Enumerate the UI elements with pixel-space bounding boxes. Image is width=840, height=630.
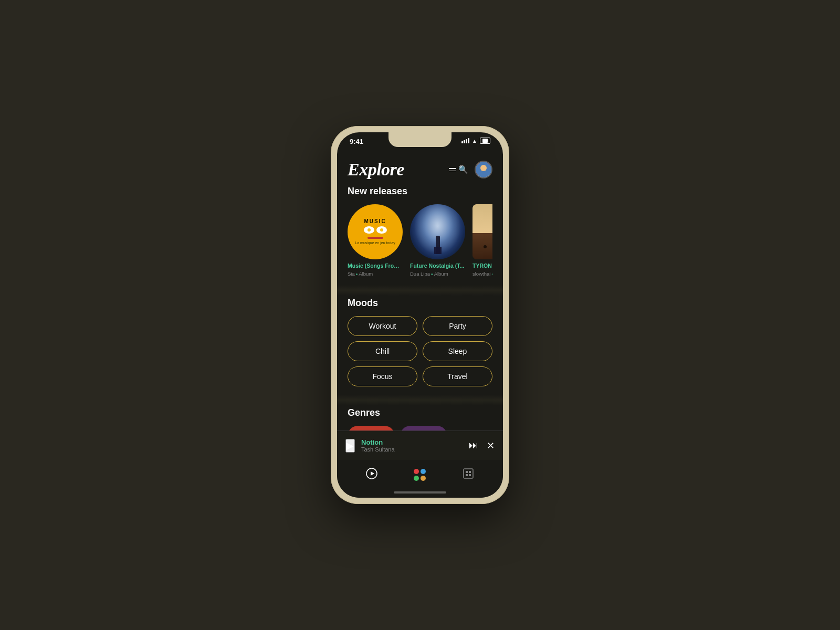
cover-dua bbox=[410, 204, 465, 259]
mood-sleep[interactable]: Sleep bbox=[423, 341, 492, 361]
header-actions: 🔍 bbox=[449, 161, 492, 178]
notch bbox=[388, 132, 452, 147]
library-nav-icon bbox=[463, 468, 474, 482]
now-playing-controls: ⏭ ✕ bbox=[469, 440, 495, 452]
mood-focus[interactable]: Focus bbox=[348, 366, 417, 386]
nav-explore[interactable] bbox=[414, 469, 426, 481]
release-meta-sia: Sia●Album bbox=[348, 271, 403, 277]
svg-rect-3 bbox=[478, 172, 489, 177]
close-now-playing-button[interactable]: ✕ bbox=[487, 440, 495, 452]
release-meta-dua: Dua Lipa●Album bbox=[410, 271, 465, 277]
svg-rect-13 bbox=[466, 474, 468, 476]
svg-rect-12 bbox=[469, 471, 471, 473]
signal-icon bbox=[461, 138, 469, 143]
svg-marker-9 bbox=[371, 471, 374, 476]
now-playing-title: Notion bbox=[361, 438, 463, 446]
new-releases-section: New releases MuSiC bbox=[337, 186, 503, 285]
release-name-tyron: TYRON bbox=[472, 262, 492, 270]
wifi-icon: ▲ bbox=[472, 138, 477, 144]
cover-tyron bbox=[472, 204, 492, 259]
release-card-sia[interactable]: MuSiC bbox=[348, 204, 403, 277]
mood-chill[interactable]: Chill bbox=[348, 341, 417, 361]
svg-rect-11 bbox=[466, 471, 468, 473]
skip-button[interactable]: ⏭ bbox=[469, 440, 478, 451]
avatar[interactable] bbox=[475, 161, 492, 178]
now-playing-track-info: Notion Tash Sultana bbox=[361, 438, 463, 453]
now-playing-bar: ▶ Notion Tash Sultana ⏭ ✕ bbox=[337, 430, 503, 460]
release-card-dua[interactable]: Future Nostalgia (T... Dua Lipa●Album bbox=[410, 204, 465, 277]
new-releases-title: New releases bbox=[348, 186, 492, 197]
genres-section: Genres bbox=[337, 407, 503, 430]
release-card-tyron[interactable]: TYRON slowthai●Albu... bbox=[472, 204, 492, 277]
nav-library[interactable] bbox=[463, 468, 474, 482]
nav-play[interactable] bbox=[366, 468, 377, 482]
header: Explore 🔍 bbox=[337, 155, 503, 186]
svg-point-1 bbox=[480, 165, 487, 171]
phone-frame: 9:41 ▲ Explore bbox=[331, 126, 509, 504]
svg-rect-10 bbox=[464, 469, 473, 478]
search-menu-icon[interactable]: 🔍 bbox=[449, 165, 468, 174]
home-indicator bbox=[394, 491, 446, 494]
release-name-dua: Future Nostalgia (T... bbox=[410, 262, 465, 270]
now-playing-artist: Tash Sultana bbox=[361, 446, 463, 453]
status-icons: ▲ bbox=[461, 138, 490, 144]
app-content: Explore 🔍 bbox=[337, 155, 503, 498]
battery-icon bbox=[480, 138, 490, 144]
divider-2 bbox=[337, 395, 503, 405]
scroll-area[interactable]: New releases MuSiC bbox=[337, 186, 503, 430]
now-playing-play-button[interactable]: ▶ bbox=[345, 439, 355, 453]
moods-grid: Workout Party Chill Sleep Focus Travel bbox=[348, 316, 492, 386]
mood-travel[interactable]: Travel bbox=[423, 366, 492, 386]
releases-row: MuSiC bbox=[348, 204, 492, 277]
divider-1 bbox=[337, 285, 503, 296]
svg-rect-14 bbox=[469, 474, 471, 476]
phone-screen: 9:41 ▲ Explore bbox=[337, 132, 503, 498]
mood-workout[interactable]: Workout bbox=[348, 316, 417, 336]
moods-section: Moods Workout Party Chill Sleep Focus Tr… bbox=[337, 298, 503, 395]
play-nav-icon bbox=[366, 468, 377, 482]
release-meta-tyron: slowthai●Albu... bbox=[472, 271, 492, 277]
status-time: 9:41 bbox=[350, 138, 363, 145]
page-title: Explore bbox=[348, 160, 404, 180]
genres-title: Genres bbox=[348, 407, 492, 418]
release-name-sia: Music (Songs From... bbox=[348, 262, 403, 270]
cover-sia: MuSiC bbox=[348, 204, 403, 259]
moods-title: Moods bbox=[348, 298, 492, 309]
mood-party[interactable]: Party bbox=[423, 316, 492, 336]
explore-dots-icon bbox=[414, 469, 426, 481]
